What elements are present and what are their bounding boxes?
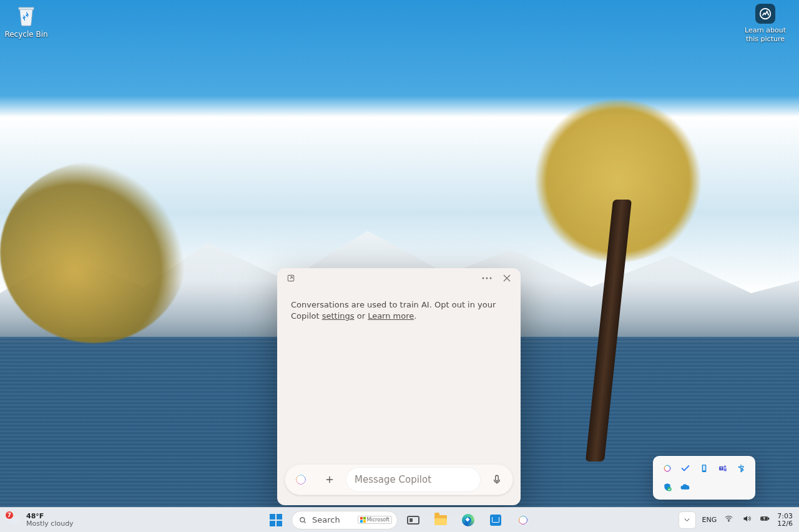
wifi-icon[interactable] [723,513,735,527]
copilot-notice: Conversations are used to train AI. Opt … [277,288,521,322]
weather-widget[interactable]: 7 48°F Mostly cloudy [7,513,74,528]
close-button[interactable] [498,269,516,287]
recycle-bin-icon [14,2,39,27]
tray-overflow: T [653,456,755,500]
svg-point-13 [728,520,730,521]
tray-todo-icon[interactable] [679,462,692,475]
taskbar-search[interactable]: Search Microsoft [292,511,398,530]
svg-rect-5 [496,475,499,481]
svg-text:T: T [719,467,722,470]
recycle-bin[interactable]: Recycle Bin [4,2,49,39]
svg-point-12 [300,517,305,521]
landscape-icon [755,4,775,24]
weather-badge: 7 [5,511,14,520]
start-button[interactable] [264,508,288,532]
tray-onedrive-icon[interactable] [679,481,692,493]
tray-copilot-icon[interactable] [661,462,674,475]
date-text: 12/6 [777,520,793,528]
settings-link[interactable]: settings [322,311,355,321]
recycle-bin-label: Recycle Bin [4,30,49,39]
battery-icon[interactable] [759,513,771,527]
weather-temp: 48°F [26,513,74,520]
edge-button[interactable] [456,508,480,532]
copilot-taskbar-button[interactable] [511,508,535,532]
copilot-input-bar [285,464,513,495]
taskbar: 7 48°F Mostly cloudy Search Microsoft [0,507,799,532]
search-placeholder: Search [312,515,340,525]
clock[interactable]: 7:03 12/6 [777,513,793,528]
svg-point-2 [483,278,484,279]
spotlight-label: Learn about this picture [740,26,790,44]
svg-point-4 [490,278,492,279]
search-icon [298,516,307,525]
message-input[interactable] [355,474,472,485]
tray-phonelink-icon[interactable] [698,462,710,475]
task-view-icon [407,516,419,525]
mic-button[interactable] [484,467,509,492]
copilot-logo-button[interactable] [288,467,313,492]
time-text: 7:03 [777,513,793,520]
learn-more-link[interactable]: Learn more [368,311,414,321]
language-indicator[interactable]: ENG [702,516,717,524]
svg-point-11 [667,487,672,491]
more-button[interactable] [478,269,496,287]
ms-store-button[interactable] [484,508,507,532]
spotlight-info[interactable]: Learn about this picture [740,4,790,44]
edge-icon [462,514,474,526]
svg-point-3 [486,278,488,279]
tray-security-icon[interactable] [661,481,674,493]
weather-icon: 7 [7,513,21,527]
weather-condition: Mostly cloudy [26,520,74,528]
svg-rect-7 [703,465,705,470]
windows-icon [270,514,282,526]
copilot-icon [517,514,529,526]
volume-icon[interactable] [741,513,753,527]
file-explorer-button[interactable] [429,508,453,532]
tray-teams-icon[interactable]: T [717,462,729,475]
svg-rect-16 [768,518,769,519]
task-view-button[interactable] [401,508,425,532]
popout-button[interactable] [282,269,300,287]
folder-icon [434,515,447,525]
svg-point-10 [723,465,726,468]
message-input-wrap[interactable] [346,467,481,492]
tray-chevron[interactable] [679,511,696,529]
store-icon [490,515,501,526]
copilot-icon [294,473,308,486]
search-ms-badge: Microsoft [358,516,392,524]
copilot-panel: Conversations are used to train AI. Opt … [277,268,521,505]
add-button[interactable] [317,467,342,492]
tray-bluetooth-icon[interactable] [735,462,747,475]
